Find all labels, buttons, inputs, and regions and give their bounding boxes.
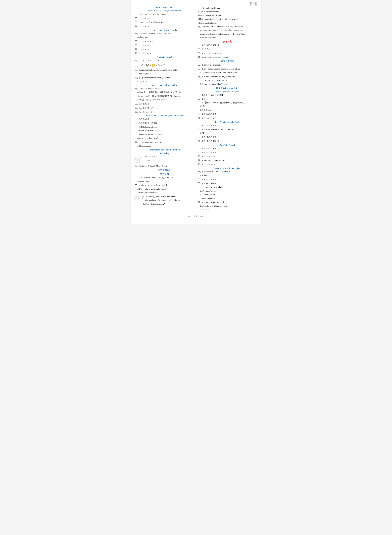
u2t-block-san: 三、1.What time is it? 2.It's time for mus… — [198, 182, 257, 200]
line: 3.Here's my homework. — [135, 191, 195, 194]
line: 4.playground — [135, 36, 195, 39]
line: 三、1.B 2.B 3.A 4.B — [198, 135, 257, 139]
page: 参考 Unit 1 My school Part A Let's talk Lo… — [131, 0, 261, 224]
line: 4.How many students are there in your sc… — [198, 17, 257, 21]
line: 2.Is this,No,isn't,next to,library — [198, 79, 257, 82]
line: 一、1.A 2.A 3.B 4.A — [198, 147, 257, 150]
line: 四、(—)father mother sister tiger water — [135, 76, 195, 79]
ref-block-si: 四、1—E 2—C 3—A 4—D 5—B — [198, 56, 257, 59]
line: 二、1.A 2.A 3.A 4.B — [198, 178, 257, 181]
line: 三、1.What time is it? — [198, 182, 257, 185]
line: 三、1.tiger,computer 2.sister,eraser 3.rul… — [135, 68, 195, 72]
line: 四、1.B 2.E 3.A 4.D 5.C — [198, 140, 257, 143]
block-san-1: 三、1.Where 2.first 3.library 4.next — [135, 21, 195, 24]
line: 一、1.A 2.A 3.B — [135, 117, 195, 121]
unit2-title: Unit 2 What time is it? — [198, 87, 257, 90]
listening-block-er: 二、1.The library is on the second floor. … — [135, 184, 195, 194]
line: 三、1.B 2.A 3.A 4.B — [198, 112, 257, 116]
block-yi-4: 一、1.are 2.Where,on 3.Is,No 4.have,do 【解析… — [135, 87, 195, 102]
parta-talk-title: Part A Let's talk Look,ask and answer — [135, 9, 195, 12]
line: 五、1.B 2.D 3.A 4.C — [135, 52, 195, 55]
content-over-watermark: 2.C 3.A 4.B E 2.M D B — [135, 155, 195, 162]
line: 2.It's on the first floor. — [135, 129, 195, 132]
block-san-3: 三、1.tiger,computer 2.sister,eraser 3.rul… — [135, 68, 195, 75]
u2t-block-si: 四、1.What time,go to school 2.What time i… — [198, 201, 257, 211]
block-yi-5: 一、1.A 2.A 3.B — [135, 117, 195, 121]
top-right-label: 参考 — [249, 1, 258, 6]
u2s-block-san: 三、1.× 2.√ 3.× 4.√ — [198, 155, 257, 158]
line: 四、1.computer room,next to — [135, 141, 195, 144]
line: 一、1.breakfast B 2.now A 3.thirty A — [198, 170, 257, 173]
listening-title: 听力专项练习 — [135, 168, 195, 172]
parta2-learn-title: Part A Let's learn Let's do — [198, 121, 257, 123]
line: 一、1.library 2.teachers' office 3.first f… — [135, 32, 195, 35]
block-yi-3: 一、1—B 2—A 3—D 4—C — [135, 59, 195, 62]
u2-block-san: 三、1.B 2.A 3.A 4.B — [198, 112, 257, 116]
line: 二、1.library 2.playground — [198, 63, 257, 66]
line: 2.It's time for music class. — [198, 186, 257, 189]
line: E 2.M D B — [135, 159, 195, 162]
line: —It's under the library. — [198, 6, 257, 10]
partb-learn-title: Part B Let's learn Look,ask and answer — [135, 114, 195, 117]
right-column: —It's under the library. 2.This is our p… — [196, 5, 260, 212]
line: do you开头的一般疑问句肯定回答为：Yes,I/we — [135, 94, 195, 98]
line: 3.Is that,computer 4.Do,Yes,do — [198, 82, 257, 86]
line: 三、1.× 2.√ 3.× 4.√ — [198, 155, 257, 158]
line: 3.B 4.B 5.A — [198, 108, 257, 112]
u2l-block-si: 四、1.B 2.E 3.A 4.D 5.C — [198, 140, 257, 143]
ref-block-yi: 一、1.A 2.C 3.E 4.H 5.K — [198, 43, 257, 47]
line: 三、1.A B 2.A 3.A 4.B 5.A — [198, 52, 257, 55]
right-block-si: 四、I'm Mike. I read books in the library.… — [198, 25, 257, 39]
line: 6.PE — [198, 131, 257, 135]
line: 3.It's nine o'clock. — [198, 189, 257, 193]
u2-block-yi: 一、1.A D H I 2.B F G 3.C E — [198, 93, 257, 97]
line: 三、1.This is my school. — [135, 126, 195, 129]
partb2-talk-title: Part B Let's talk Let's play — [198, 167, 257, 170]
lets-sing-title: Let's sing — [135, 152, 195, 155]
u2-block-si: 四、1.B 2.A 3.D 4.C — [198, 116, 257, 120]
line: 四、1.A 2.B 3.B — [135, 48, 195, 51]
line: 一、1.are 2.Where,on 3.Is,No — [135, 87, 195, 90]
line: 二、1.☺ 2.☹ 3.😟 4.☺ 5.☺ — [135, 63, 195, 68]
line: 5.Time to get up. — [198, 197, 257, 200]
block-er-4: 二、1.A 2.B 3.B — [135, 102, 195, 106]
line: 4.Dinner is ready. — [198, 193, 257, 196]
line: 4.Here is my homework. — [135, 137, 195, 140]
line: 二、1.C 2.A 3.B 4.A — [135, 40, 195, 43]
knowledge-title: 单元知识梳理 — [198, 60, 257, 63]
line: 2.What time is it,English class — [198, 204, 257, 208]
line: do.否定回答为：No,I/we don't. — [135, 98, 195, 101]
ref-block-er: 二、2 1 3 5 4 — [198, 47, 257, 51]
line: 2.B 【解析】home作地点副词时，前面不加to。 — [198, 101, 257, 104]
line: 四、1.Library 2.Gym 3.Music Room — [135, 164, 195, 168]
listening-block-yi: 一、1.homework 2.class 3.library 4.next to… — [135, 176, 195, 183]
u2t-block-yi: 一、1.breakfast B 2.now A 3.thirty A 4.kid… — [198, 170, 257, 177]
block-er-5: 二、1.C 2.B 3.C 4.B 5.B — [135, 121, 195, 125]
line: 二、1.B 2.B 3.A — [135, 17, 195, 20]
line: 2.This is our playground. — [198, 10, 257, 13]
u2s-block-si: 四、1.hurt 2.lunch 3.nurse 4.PE — [198, 159, 257, 162]
partb-rw-title: Part B Read and write Let's check — [135, 149, 195, 151]
block-er-3: 二、1.☺ 2.☹ 3.😟 4.☺ 5.☺ — [135, 63, 195, 68]
line: is in the classroom. — [198, 36, 257, 39]
know-block-si: 四、1.Where's,teachers' office,second floo… — [198, 75, 257, 86]
line: 四、1.B 2.A 3.D 4.C — [198, 116, 257, 120]
u2l-block-er: 二、1.to 2.for 3.breakfast 4.lunch 5.music… — [198, 128, 257, 135]
line: 四、1.Where's,teachers' office,second floo… — [198, 75, 257, 78]
block-si-2: 四、1.A 2.B 3.B — [135, 48, 195, 51]
block-san-2: 三、1.C 2.B 3.A — [135, 44, 195, 47]
line: (二)1.× 2.√ — [135, 80, 195, 83]
parta-spell-title: Part A Let's spell — [135, 56, 195, 59]
line: 四、1.What time,go to school — [198, 201, 257, 204]
line: 二、2 1 3 5 4 — [198, 47, 257, 51]
partb-talk-title: Part B Let's talk Let's play — [135, 84, 195, 87]
block-si-4: 四、1.F 2.T 3.F 4.T — [135, 110, 195, 113]
block-er-1: 二、1.B 2.B 3.A — [135, 17, 195, 20]
line: 二、1.A 2.B 3.B — [135, 102, 195, 106]
line: the art room. Sarah has a music class in… — [198, 29, 257, 32]
line: 4.have,do 【解析】助动词do后跟动词原形；以 — [135, 91, 195, 94]
line: 二、1.B 2.A 3.A 4.B — [198, 151, 257, 154]
content-over-watermark-2: 4.Go to the garden. Water the flowers. 5… — [135, 195, 195, 206]
watermark-area-2: ZYJ 4.Go to the garden. Water the flower… — [135, 195, 195, 202]
page-number: — 41 — — [131, 215, 261, 218]
